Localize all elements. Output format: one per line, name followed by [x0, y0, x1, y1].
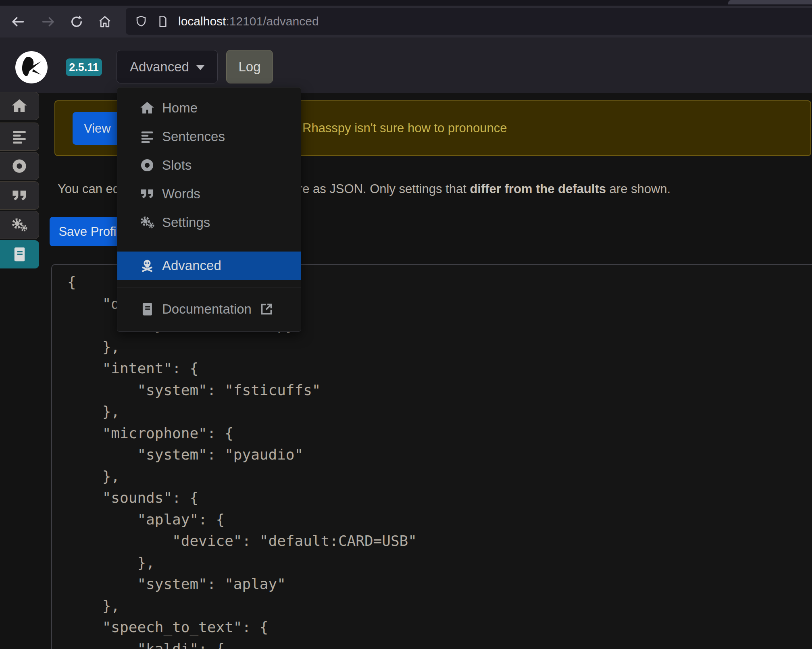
- browser-toolbar: localhost:12101/advanced: [0, 6, 812, 38]
- menu-item-settings[interactable]: Settings: [117, 208, 301, 237]
- view-button-label: View: [84, 121, 111, 136]
- window-top-strip: [0, 0, 812, 6]
- rhasspy-logo[interactable]: [15, 51, 48, 83]
- banner-message: Rhasspy isn't sure how to pronounce: [302, 100, 507, 156]
- menu-divider: [117, 244, 301, 244]
- menu-item-label: Advanced: [162, 258, 221, 273]
- book-icon: [11, 246, 28, 263]
- menu-item-words[interactable]: Words: [117, 179, 301, 208]
- book-icon: [139, 302, 155, 317]
- log-button-label: Log: [238, 59, 260, 75]
- forward-icon[interactable]: [41, 15, 56, 29]
- caret-down-icon: [196, 65, 204, 70]
- version-badge: 2.5.11: [66, 58, 102, 76]
- sidebar-item-advanced[interactable]: [0, 240, 39, 268]
- shield-icon[interactable]: [135, 15, 148, 28]
- menu-item-advanced[interactable]: Advanced: [117, 252, 301, 280]
- navigation-dropdown-menu: Home Sentences Slots Words Settings Adva…: [117, 87, 301, 332]
- profile-dropdown-label: Advanced: [130, 59, 189, 75]
- home-icon: [139, 100, 155, 116]
- menu-item-label: Slots: [162, 158, 192, 173]
- settings-icon: [11, 216, 28, 233]
- menu-item-label: Sentences: [162, 129, 225, 144]
- menu-item-slots[interactable]: Slots: [117, 151, 301, 179]
- menu-item-home[interactable]: Home: [117, 94, 301, 122]
- sidebar-item-settings[interactable]: [0, 211, 39, 239]
- sidebar-item-sentences[interactable]: [0, 123, 39, 151]
- rhasspy-logo-icon: [15, 51, 48, 83]
- log-button[interactable]: Log: [226, 50, 273, 83]
- reload-icon[interactable]: [69, 15, 84, 29]
- external-link-icon: [260, 302, 273, 316]
- words-icon: [11, 187, 28, 204]
- sidebar-item-home[interactable]: [0, 92, 39, 120]
- sidebar-item-slots[interactable]: [0, 152, 39, 180]
- url-bar[interactable]: localhost:12101/advanced: [126, 8, 812, 35]
- slots-icon: [11, 158, 28, 175]
- url-host: localhost: [178, 15, 226, 28]
- menu-item-label: Documentation: [162, 302, 252, 317]
- screen: localhost:12101/advanced 2.5.11 Advanced…: [0, 0, 812, 649]
- menu-item-label: Home: [162, 100, 198, 116]
- sentences-icon: [139, 129, 155, 144]
- sidebar-item-words[interactable]: [0, 181, 39, 210]
- home-icon: [11, 98, 28, 114]
- back-icon[interactable]: [10, 15, 25, 29]
- url-path: :12101/advanced: [226, 15, 319, 28]
- settings-icon: [139, 215, 155, 230]
- menu-item-label: Words: [162, 186, 200, 202]
- url-text: localhost:12101/advanced: [178, 15, 319, 28]
- save-profile-label: Save Profile: [58, 225, 126, 239]
- menu-divider: [117, 287, 301, 287]
- menu-item-sentences[interactable]: Sentences: [117, 122, 301, 151]
- words-icon: [139, 186, 155, 202]
- page-info-icon[interactable]: [156, 15, 169, 28]
- slots-icon: [139, 158, 155, 173]
- intro-text-bold: differ from the defaults: [470, 182, 606, 196]
- skull-crossbones-icon: [139, 258, 155, 273]
- menu-item-documentation[interactable]: Documentation: [117, 295, 301, 323]
- sentences-icon: [11, 128, 28, 145]
- intro-text-after: are shown.: [606, 182, 670, 196]
- profile-dropdown-button[interactable]: Advanced: [117, 50, 218, 83]
- menu-item-label: Settings: [162, 215, 210, 230]
- browser-tab-fragment[interactable]: [728, 0, 812, 4]
- browser-home-icon[interactable]: [98, 15, 112, 29]
